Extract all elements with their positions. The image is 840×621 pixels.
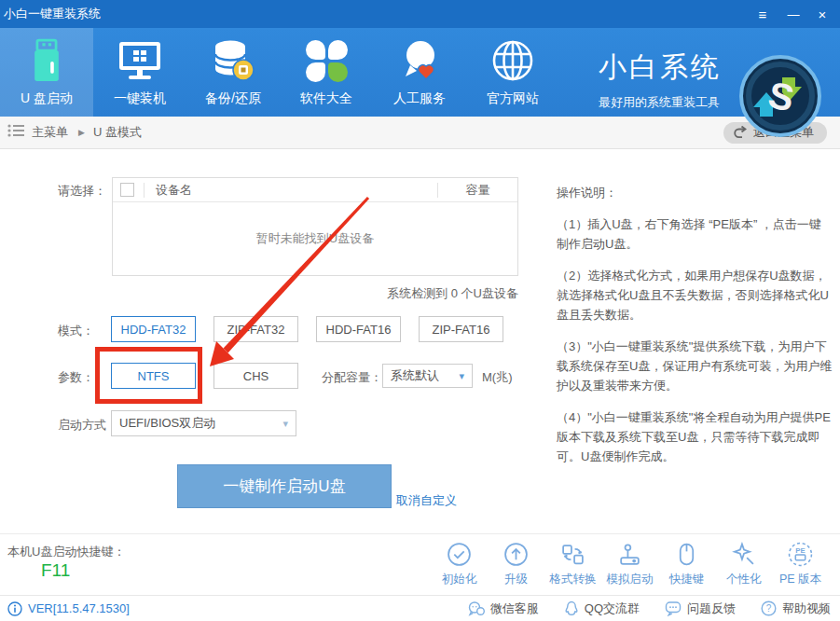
nav-tab-software[interactable]: 软件大全 xyxy=(280,28,373,117)
bottom-strip: 本机U盘启动快捷键： F11 初始化 升级 xyxy=(0,533,840,595)
info-icon xyxy=(7,601,22,616)
instructions-title: 操作说明： xyxy=(557,183,833,202)
tool-hotkey[interactable]: 快捷键 xyxy=(658,542,715,587)
monitor-icon xyxy=(117,37,162,84)
globe-icon xyxy=(490,37,535,84)
help-question-icon: ? xyxy=(761,600,777,616)
main-nav: U 盘启动 一键装机 xyxy=(0,28,840,117)
instruction-step: （1）插入U盘，右下角选择 “PE版本” ，点击一键制作启动U盘。 xyxy=(557,214,833,254)
mode-option-zip-fat32[interactable]: ZIP-FAT32 xyxy=(213,316,298,342)
tool-pe-version[interactable]: PE PE 版本 xyxy=(772,542,829,587)
software-apps-icon xyxy=(306,37,348,84)
instructions-panel: 操作说明： （1）插入U盘，右下角选择 “PE版本” ，点击一键制作启动U盘。 … xyxy=(557,183,833,478)
upgrade-arrow-icon xyxy=(503,542,529,567)
capacity-select-value: 系统默认 xyxy=(391,367,439,384)
instruction-step: （4）"小白一键重装系统"将全程自动为用户提供PE版本下载及系统下载至U盘，只需… xyxy=(557,407,833,466)
nav-tab-one-key-install[interactable]: 一键装机 xyxy=(93,28,186,117)
param-option-ntfs[interactable]: NTFS xyxy=(111,363,196,389)
tool-label: PE 版本 xyxy=(779,572,821,587)
pe-version-icon: PE xyxy=(788,542,813,567)
nav-tab-label: 官方网站 xyxy=(487,90,539,107)
usb-device-table: 设备名 容量 暂时未能找到U盘设备 xyxy=(112,177,518,276)
make-boot-usb-button[interactable]: 一键制作启动U盘 xyxy=(177,464,392,508)
breadcrumb-arrow-icon: ▶ xyxy=(78,128,85,137)
format-convert-icon xyxy=(560,542,585,567)
tool-label: 快捷键 xyxy=(669,572,705,587)
brand-subtitle: 最好用的系统重装工具 xyxy=(599,94,722,111)
select-all-checkbox[interactable] xyxy=(120,183,134,197)
mode-option-hdd-fat32[interactable]: HDD-FAT32 xyxy=(111,316,196,342)
nav-tab-label: 备份/还原 xyxy=(205,90,261,107)
tool-label: 初始化 xyxy=(442,572,477,587)
boot-mode-value: UEFI/BIOS双启动 xyxy=(119,415,215,432)
minimize-icon[interactable]: — xyxy=(782,7,803,21)
device-select-label: 请选择： xyxy=(58,183,106,200)
nav-tab-website[interactable]: 官方网站 xyxy=(466,28,559,117)
close-icon[interactable]: × xyxy=(812,7,833,22)
personalize-star-icon xyxy=(731,542,756,567)
backup-restore-icon xyxy=(211,37,255,84)
qq-icon xyxy=(564,600,579,616)
link-wechat-support[interactable]: 微信客服 xyxy=(468,600,539,617)
mode-options: HDD-FAT32 ZIP-FAT32 HDD-FAT16 ZIP-FAT16 xyxy=(111,316,503,342)
boot-mode-label: 启动方式： xyxy=(58,417,118,434)
support-heart-icon xyxy=(397,37,442,84)
mode-option-zip-fat16[interactable]: ZIP-FAT16 xyxy=(419,316,503,342)
link-qq-group[interactable]: QQ交流群 xyxy=(564,600,640,617)
svg-text:PE: PE xyxy=(795,546,805,555)
mode-option-hdd-fat16[interactable]: HDD-FAT16 xyxy=(316,316,401,342)
tool-label: 个性化 xyxy=(726,572,762,587)
capacity-select[interactable]: 系统默认 ▾ xyxy=(382,364,473,388)
capacity-unit: M(兆) xyxy=(482,369,513,386)
app-window: 小白一键重装系统 ≡ — × U 盘启动 xyxy=(0,0,840,621)
tool-label: 格式转换 xyxy=(550,572,597,587)
param-options: NTFS CHS xyxy=(111,363,298,389)
main-content: 请选择： 设备名 容量 暂时未能找到U盘设备 系统检测到 0 个U盘设备 模式：… xyxy=(0,149,840,533)
tool-label: 升级 xyxy=(504,572,528,587)
tool-personalize[interactable]: 个性化 xyxy=(715,542,772,587)
menu-icon[interactable]: ≡ xyxy=(752,7,773,22)
window-title: 小白一键重装系统 xyxy=(4,6,101,22)
wechat-icon xyxy=(468,601,485,616)
cancel-custom-link[interactable]: 取消自定义 xyxy=(396,492,457,509)
breadcrumb: 主菜单 ▶ U 盘模式 返回主菜单 xyxy=(0,117,840,149)
footer-link-label: 微信客服 xyxy=(490,600,539,617)
nav-tab-usb-boot[interactable]: U 盘启动 xyxy=(0,28,93,117)
nav-tab-label: U 盘启动 xyxy=(21,90,73,107)
tool-simulate-boot[interactable]: 模拟启动 xyxy=(601,542,658,587)
menu-list-icon xyxy=(7,124,24,141)
chevron-down-icon: ▾ xyxy=(282,418,288,430)
breadcrumb-current: U 盘模式 xyxy=(93,124,142,141)
link-feedback[interactable]: 问题反馈 xyxy=(665,600,736,617)
footer-bar: VER[11.5.47.1530] 微信客服 QQ交流群 xyxy=(0,595,840,621)
usb-device-table-header: 设备名 容量 xyxy=(113,178,517,202)
link-help-video[interactable]: ? 帮助视频 xyxy=(761,600,831,617)
boot-mode-select[interactable]: UEFI/BIOS双启动 ▾ xyxy=(111,410,296,436)
mouse-icon xyxy=(674,542,699,567)
param-option-chs[interactable]: CHS xyxy=(213,363,298,389)
svg-text:?: ? xyxy=(766,603,772,614)
simulate-boot-icon xyxy=(617,542,642,567)
usb-detect-status: 系统检测到 0 个U盘设备 xyxy=(112,285,518,302)
footer-links: 微信客服 QQ交流群 问题反馈 xyxy=(468,600,831,617)
tool-format-convert[interactable]: 格式转换 xyxy=(544,542,601,587)
tool-initialize[interactable]: 初始化 xyxy=(431,542,488,587)
usb-device-empty-message: 暂时未能找到U盘设备 xyxy=(113,202,517,275)
title-bar: 小白一键重装系统 ≡ — × xyxy=(0,0,840,28)
tool-upgrade[interactable]: 升级 xyxy=(488,542,544,587)
brand-logo-icon: S xyxy=(739,55,821,141)
brand-block: 小白系统 最好用的系统重装工具 xyxy=(599,48,722,111)
usb-drive-icon xyxy=(26,37,67,84)
version-text: VER[11.5.47.1530] xyxy=(28,601,130,615)
footer-link-label: QQ交流群 xyxy=(585,600,640,617)
breadcrumb-root[interactable]: 主菜单 xyxy=(32,124,68,141)
nav-tab-support[interactable]: 人工服务 xyxy=(373,28,466,117)
nav-tab-backup-restore[interactable]: 备份/还原 xyxy=(186,28,280,117)
param-label: 参数： xyxy=(58,369,94,386)
tool-label: 模拟启动 xyxy=(607,572,654,587)
chevron-down-icon: ▾ xyxy=(459,370,464,382)
nav-tab-label: 软件大全 xyxy=(300,90,352,107)
nav-tab-label: 人工服务 xyxy=(393,90,446,107)
hotkey-value: F11 xyxy=(41,560,70,581)
window-controls: ≡ — × xyxy=(752,7,840,22)
